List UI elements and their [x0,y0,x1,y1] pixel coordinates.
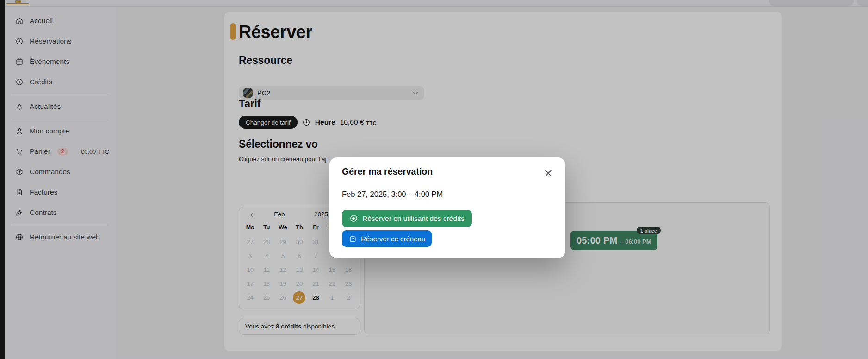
reserve-slot-button[interactable]: Réserver ce créneau [342,230,432,247]
reservation-modal: Gérer ma réservation Feb 27, 2025, 3:00 … [329,157,565,258]
close-icon[interactable] [542,167,554,179]
modal-datetime: Feb 27, 2025, 3:00 – 4:00 PM [342,190,443,199]
bag-icon [348,234,357,243]
modal-title: Gérer ma réservation [342,166,433,177]
reserve-with-credits-button[interactable]: Réserver en utilisant des crédits [342,210,472,227]
plus-circle-icon [349,214,358,223]
reserve-with-credits-label: Réserver en utilisant des crédits [362,214,465,223]
app-window: AccueilRéservationsÉvènementsCréditsActu… [0,0,868,359]
close-x-glyph [542,167,554,179]
reserve-slot-label: Réserver ce créneau [361,235,425,243]
